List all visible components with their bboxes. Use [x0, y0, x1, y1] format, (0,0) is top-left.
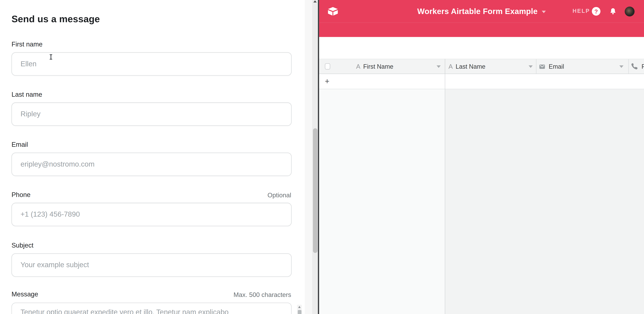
phone-optional-note: Optional	[268, 192, 291, 199]
window-divider	[318, 0, 319, 314]
scroll-up-icon[interactable]	[298, 306, 300, 308]
view-toolbar: Grid view	[319, 37, 644, 59]
screenshot-stage: Send us a message First name Last name E…	[0, 0, 644, 314]
text-field-icon: A	[448, 63, 453, 70]
message-maxlength-note: Max. 500 characters	[234, 291, 291, 298]
frozen-column-divider[interactable]	[445, 59, 445, 314]
page-scrollbar-thumb[interactable]	[313, 128, 317, 253]
phone-label: Phone	[12, 191, 30, 198]
form-heading: Send us a message	[12, 14, 100, 25]
column-header-first-name[interactable]: A First Name	[356, 59, 445, 74]
chevron-down-icon[interactable]	[529, 66, 533, 68]
email-field-icon	[538, 63, 546, 70]
add-row-plus-icon[interactable]: +	[325, 77, 330, 86]
select-all-checkbox[interactable]	[325, 63, 330, 70]
last-name-label: Last name	[12, 91, 42, 98]
phone-field-icon	[631, 63, 639, 70]
contact-form-pane: Send us a message First name Last name E…	[0, 0, 305, 314]
last-name-input[interactable]	[12, 102, 292, 126]
subject-input[interactable]	[12, 253, 292, 277]
column-header-phone[interactable]: Phone	[631, 59, 644, 74]
text-cursor	[49, 54, 52, 60]
email-input[interactable]	[12, 153, 292, 176]
airtable-topbar: Workers Airtable Form Example HELP ?	[319, 0, 644, 23]
message-textarea[interactable]	[12, 302, 292, 314]
column-header-last-name[interactable]: A Last Name	[448, 59, 528, 74]
first-name-input[interactable]	[12, 52, 292, 76]
column-header-email[interactable]: Email	[538, 59, 616, 74]
textarea-scrollbar[interactable]	[297, 305, 302, 314]
airtable-pane: Workers Airtable Form Example HELP ? For…	[319, 0, 644, 314]
column-divider[interactable]	[536, 59, 536, 74]
text-field-icon: A	[356, 63, 360, 70]
textarea-scrollbar-thumb[interactable]	[298, 310, 301, 314]
subject-label: Subject	[12, 242, 33, 249]
email-label: Email	[12, 141, 28, 148]
column-divider[interactable]	[628, 59, 629, 74]
tabs-row: Form Submissions SHARE	[319, 23, 644, 37]
chevron-down-icon[interactable]	[437, 66, 441, 68]
help-question-icon[interactable]: ?	[592, 7, 600, 16]
user-avatar[interactable]	[625, 6, 634, 16]
message-label: Message	[12, 291, 38, 298]
grid-body-area	[445, 89, 644, 314]
column-header-row: A First Name A Last Name Email	[319, 59, 644, 74]
grid-body-frozen-area	[319, 89, 445, 314]
notifications-bell-icon[interactable]	[609, 7, 617, 17]
add-row[interactable]: +	[319, 74, 644, 89]
first-name-label: First name	[12, 41, 42, 48]
scrollbar-up-arrow-icon[interactable]	[313, 0, 316, 3]
chevron-down-icon	[542, 11, 546, 13]
chevron-down-icon[interactable]	[620, 66, 624, 68]
help-button[interactable]: HELP	[572, 8, 590, 14]
phone-input[interactable]	[12, 203, 292, 226]
